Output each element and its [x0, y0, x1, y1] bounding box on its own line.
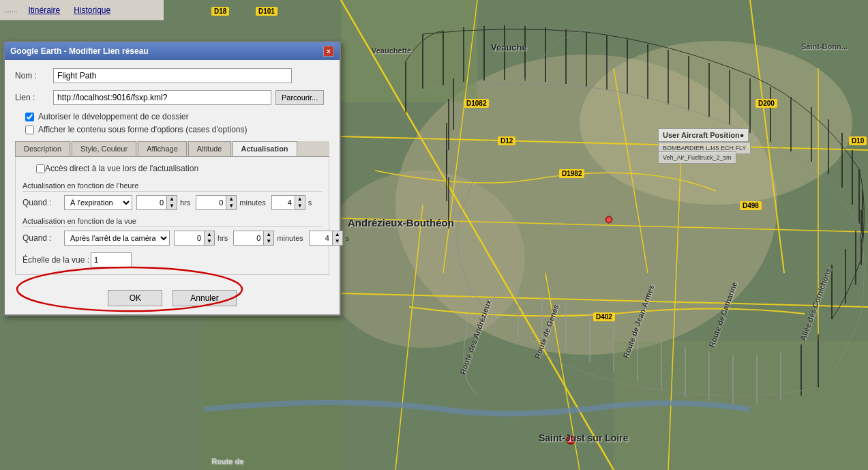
min-heure-group: ▲ ▼ minutes — [196, 195, 266, 210]
menu-itineraire[interactable]: Itinéraire — [21, 3, 67, 18]
map-label-saint-just: Saint-Just sur Loire — [539, 432, 628, 443]
road-label-d1082: D1082 — [464, 99, 489, 108]
min-vue-input[interactable] — [233, 231, 264, 246]
afficher-checkbox[interactable] — [25, 126, 34, 134]
sec-heure-arrows: ▲ ▼ — [295, 195, 305, 210]
tabs-container: Description Style, Couleur Affichage Alt… — [15, 141, 329, 157]
hrs-vue-arrows: ▲ ▼ — [205, 231, 215, 246]
sec-heure-down[interactable]: ▼ — [295, 203, 305, 209]
sec-vue-up[interactable]: ▲ — [333, 231, 342, 238]
min-heure-down[interactable]: ▼ — [226, 203, 236, 209]
sec-vue-unit: s — [346, 234, 350, 242]
min-heure-input[interactable] — [196, 195, 226, 210]
nom-row: Nom : — [15, 68, 329, 83]
road-label-d18: D18 — [211, 7, 229, 16]
map-label-saint-bonn: Saint-Bonn... — [801, 42, 848, 50]
hrs-heure-group: ▲ ▼ hrs — [136, 195, 190, 210]
section-vue-label: Actualisation en fonction de la vue — [23, 217, 322, 227]
scale-input[interactable] — [91, 252, 132, 267]
sec-vue-down[interactable]: ▼ — [333, 238, 342, 245]
map-label-andrezieux: Andrézieux-Bouthéon — [348, 217, 454, 229]
cancel-button[interactable]: Annuler — [173, 290, 236, 306]
sec-vue-group: ▲ ▼ s — [309, 231, 350, 246]
min-heure-up[interactable]: ▲ — [226, 196, 236, 203]
dialog-titlebar: Google Earth - Modifier Lien réseau × — [5, 42, 340, 60]
toolbar-dots: ....... — [0, 6, 21, 14]
min-heure-unit: minutes — [239, 199, 266, 207]
when-vue-select[interactable]: Après l'arrêt de la caméra Manuellement — [64, 231, 170, 246]
autoriser-checkbox-row: Autoriser le développement de ce dossier — [25, 112, 329, 121]
sec-heure-unit: s — [308, 199, 312, 207]
hrs-heure-unit: hrs — [180, 199, 190, 207]
road-label-d200: D200 — [755, 99, 777, 108]
hrs-vue-input[interactable] — [174, 231, 205, 246]
sec-vue-arrows: ▲ ▼ — [333, 231, 343, 246]
lien-row: Lien : Parcourir... — [15, 90, 329, 105]
map-label-veauche: Veauche — [491, 42, 527, 53]
dialog-close-button[interactable]: × — [323, 46, 334, 57]
hrs-vue-group: ▲ ▼ hrs — [174, 231, 228, 246]
min-vue-up[interactable]: ▲ — [264, 231, 273, 238]
road-label-d12: D12 — [498, 136, 515, 145]
road-label-d101: D101 — [256, 7, 278, 16]
hrs-heure-up[interactable]: ▲ — [167, 196, 177, 203]
lien-input[interactable] — [53, 90, 271, 105]
direct-access-label: Accès direct à la vue lors de l'actualis… — [45, 164, 198, 173]
when-vue-row: Quand : Après l'arrêt de la caméra Manue… — [23, 231, 322, 246]
scale-row: Échelle de la vue : — [23, 252, 322, 267]
ok-button[interactable]: OK — [108, 290, 162, 306]
section-heure-label: Actualisation en fonction de l'heure — [23, 181, 322, 192]
road-label-d498: D498 — [740, 201, 762, 210]
tab-actualisation[interactable]: Actualisation — [233, 141, 297, 156]
nom-label: Nom : — [15, 71, 49, 80]
scale-label: Échelle de la vue : — [23, 255, 91, 265]
hrs-heure-arrows: ▲ ▼ — [167, 195, 177, 210]
hrs-vue-down[interactable]: ▼ — [205, 238, 214, 245]
when-vue-label: Quand : — [23, 233, 60, 243]
hrs-heure-down[interactable]: ▼ — [167, 203, 177, 209]
tab-description[interactable]: Description — [15, 141, 70, 156]
dialog-footer: OK Annuler — [5, 283, 340, 314]
direct-access-checkbox[interactable] — [36, 164, 45, 173]
road-label-d402: D402 — [593, 312, 615, 321]
dialog-title: Google Earth - Modifier Lien réseau — [10, 46, 149, 56]
min-vue-arrows: ▲ ▼ — [264, 231, 274, 246]
sec-heure-group: ▲ ▼ s — [271, 195, 312, 210]
svg-point-72 — [607, 218, 611, 222]
tab-style[interactable]: Style, Couleur — [72, 141, 136, 156]
sec-heure-input[interactable] — [271, 195, 295, 210]
menu-historique[interactable]: Historique — [67, 3, 117, 18]
sec-heure-up[interactable]: ▲ — [295, 196, 305, 203]
road-label-d10: D10 — [849, 136, 867, 145]
aircraft-position-label: User Aircraft Position● — [658, 128, 749, 142]
road-label-d1982: D1982 — [559, 169, 584, 178]
tab-affichage[interactable]: Affichage — [138, 141, 187, 156]
hrs-vue-up[interactable]: ▲ — [205, 231, 214, 238]
map-label-route-de: Route de — [211, 457, 243, 465]
when-heure-label: Quand : — [23, 198, 60, 207]
min-vue-group: ▲ ▼ minutes — [233, 231, 303, 246]
when-heure-row: Quand : À l'expiration Manuellement ▲ ▼ … — [23, 195, 322, 210]
dialog-modifier-lien: Google Earth - Modifier Lien réseau × No… — [3, 41, 341, 316]
afficher-checkbox-row: Afficher le contenu sous forme d'options… — [25, 125, 329, 134]
hrs-heure-input[interactable] — [136, 195, 167, 210]
aircraft-vehicle-label: Veh_Air_Fueltruck_2_sm — [658, 151, 736, 164]
map-label-veauchette: Veauchette — [372, 46, 411, 55]
when-heure-select[interactable]: À l'expiration Manuellement — [64, 195, 132, 210]
min-heure-arrows: ▲ ▼ — [226, 195, 237, 210]
nom-input[interactable] — [53, 68, 292, 83]
sec-vue-input[interactable] — [309, 231, 333, 246]
section-heure: Actualisation en fonction de l'heure Qua… — [23, 181, 322, 210]
autoriser-label: Autoriser le développement de ce dossier — [38, 112, 189, 121]
lien-label: Lien : — [15, 93, 49, 102]
ge-toolbar: ....... Itinéraire Historique — [0, 0, 164, 20]
browse-button[interactable]: Parcourir... — [275, 90, 324, 105]
afficher-label: Afficher le contenu sous forme d'options… — [38, 125, 248, 134]
autoriser-checkbox[interactable] — [25, 113, 34, 121]
direct-access-row: Accès direct à la vue lors de l'actualis… — [23, 164, 322, 173]
tab-altitude[interactable]: Altitude — [188, 141, 231, 156]
min-vue-down[interactable]: ▼ — [264, 238, 273, 245]
min-vue-unit: minutes — [277, 234, 303, 242]
hrs-vue-unit: hrs — [218, 234, 228, 242]
actualisation-tab-content: Accès direct à la vue lors de l'actualis… — [15, 157, 329, 275]
